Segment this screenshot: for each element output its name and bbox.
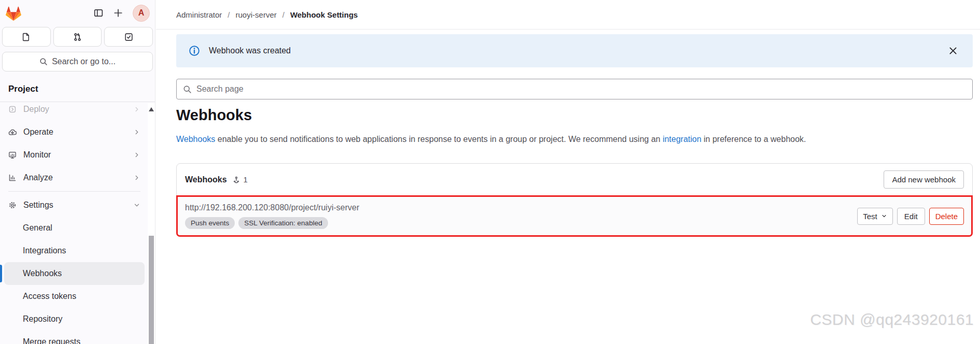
hook-icon bbox=[232, 176, 240, 184]
breadcrumb-current-page: Webhook Settings bbox=[290, 10, 358, 19]
todo-icon bbox=[124, 33, 133, 41]
breadcrumb: Administrator / ruoyi-server / Webhook S… bbox=[156, 0, 980, 30]
sidebar-item-label: General bbox=[23, 223, 52, 233]
close-icon[interactable] bbox=[948, 46, 958, 56]
issues-shortcut-button[interactable] bbox=[2, 27, 51, 47]
sidebar-item-label: Integrations bbox=[23, 246, 66, 255]
sidebar: A bbox=[0, 0, 155, 344]
sidebar-item-access-tokens[interactable]: Access tokens bbox=[4, 285, 145, 308]
info-icon bbox=[189, 45, 200, 56]
description-text: enable you to send notifications to web … bbox=[215, 135, 662, 144]
card-title: Webhooks bbox=[185, 175, 227, 184]
sidebar-item-merge-requests[interactable]: Merge requests bbox=[4, 331, 145, 344]
sidebar-item-deploy[interactable]: Deploy bbox=[4, 103, 145, 121]
sidebar-item-label: Settings bbox=[23, 200, 53, 210]
description-text: in preference to a webhook. bbox=[701, 135, 806, 144]
sidebar-item-monitor[interactable]: Monitor bbox=[4, 144, 145, 166]
sidebar-item-label: Operate bbox=[23, 127, 53, 137]
deploy-icon bbox=[8, 105, 17, 113]
monitor-icon bbox=[8, 151, 17, 159]
search-icon bbox=[39, 58, 48, 66]
sidebar-shortcuts bbox=[2, 27, 153, 47]
merge-requests-shortcut-button[interactable] bbox=[53, 27, 102, 47]
sidebar-item-webhooks[interactable]: Webhooks bbox=[4, 262, 145, 285]
operate-icon bbox=[8, 128, 17, 136]
sidebar-item-integrations[interactable]: Integrations bbox=[4, 239, 145, 262]
webhook-actions: Test Edit Delete bbox=[857, 208, 964, 225]
breadcrumb-project[interactable]: ruoyi-server bbox=[236, 10, 277, 19]
chevron-right-icon bbox=[133, 106, 140, 113]
search-label: Search or go to... bbox=[52, 57, 116, 66]
search-icon bbox=[183, 85, 192, 94]
chevron-right-icon bbox=[133, 128, 140, 136]
sidebar-item-operate[interactable]: Operate bbox=[4, 121, 145, 144]
breadcrumb-administrator[interactable]: Administrator bbox=[176, 10, 222, 19]
merge-request-icon bbox=[73, 33, 82, 41]
page-description: Webhooks enable you to send notification… bbox=[176, 135, 806, 144]
sidebar-item-label: Monitor bbox=[23, 150, 51, 160]
red-highlight-box: http://192.168.200.120:8080/project/ruiy… bbox=[176, 195, 973, 237]
breadcrumb-separator: / bbox=[228, 10, 230, 19]
scrollbar-thumb[interactable] bbox=[149, 236, 154, 344]
test-dropdown-button[interactable]: Test bbox=[857, 208, 893, 225]
sidebar-menu: Deploy Operate bbox=[0, 103, 155, 344]
gitlab-webhook-settings-page: A bbox=[0, 0, 980, 344]
scroll-up-arrow[interactable] bbox=[149, 107, 154, 111]
gitlab-logo[interactable] bbox=[5, 5, 22, 21]
page-search bbox=[176, 79, 973, 99]
sidebar-header: A bbox=[0, 0, 155, 24]
delete-button[interactable]: Delete bbox=[929, 208, 964, 225]
chevron-down-icon bbox=[881, 213, 887, 219]
page-title: Webhooks bbox=[176, 107, 252, 124]
sidebar-scrollbar bbox=[148, 103, 155, 344]
chevron-right-icon bbox=[133, 174, 140, 181]
sidebar-item-analyze[interactable]: Analyze bbox=[4, 166, 145, 189]
todos-shortcut-button[interactable] bbox=[104, 27, 153, 47]
alert-banner: Webhook was created bbox=[176, 34, 973, 67]
plus-icon[interactable] bbox=[111, 6, 125, 20]
avatar[interactable]: A bbox=[133, 5, 150, 22]
sidebar-item-label: Deploy bbox=[23, 105, 49, 114]
webhook-url: http://192.168.200.120:8080/project/ruiy… bbox=[185, 203, 359, 212]
webhook-badges: Push events SSL Verification: enabled bbox=[185, 217, 359, 229]
add-new-webhook-button[interactable]: Add new webhook bbox=[884, 170, 964, 189]
sidebar-divider bbox=[8, 191, 140, 192]
webhook-row: http://192.168.200.120:8080/project/ruiy… bbox=[185, 203, 359, 229]
webhooks-doc-link[interactable]: Webhooks bbox=[176, 135, 215, 144]
ssl-verification-badge: SSL Verification: enabled bbox=[238, 217, 328, 229]
chevron-down-icon bbox=[133, 202, 140, 209]
breadcrumb-separator: / bbox=[282, 10, 285, 19]
chevron-right-icon bbox=[133, 151, 140, 159]
sidebar-item-settings[interactable]: Settings bbox=[4, 194, 145, 217]
csdn-watermark: CSDN @qq243920161 bbox=[810, 311, 974, 328]
sidebar-item-label: Repository bbox=[23, 314, 62, 324]
sidebar-item-general[interactable]: General bbox=[4, 217, 145, 239]
issues-icon bbox=[22, 33, 31, 41]
integration-link[interactable]: integration bbox=[663, 135, 702, 144]
page-search-input[interactable] bbox=[196, 84, 966, 94]
sidebar-section-label: Project bbox=[0, 84, 155, 102]
alert-message: Webhook was created bbox=[209, 46, 291, 55]
webhook-count: 1 bbox=[244, 175, 248, 184]
sidebar-item-label: Webhooks bbox=[23, 269, 62, 278]
webhooks-card-header: Webhooks 1 Add new webhook bbox=[177, 164, 972, 195]
analyze-icon bbox=[8, 174, 17, 182]
push-events-badge: Push events bbox=[185, 217, 235, 229]
sidebar-item-label: Analyze bbox=[23, 173, 53, 182]
edit-button[interactable]: Edit bbox=[897, 208, 925, 225]
sidebar-toggle-icon[interactable] bbox=[91, 6, 106, 20]
settings-icon bbox=[8, 201, 17, 209]
webhooks-card: Webhooks 1 Add new webhook http://192.16… bbox=[176, 163, 973, 237]
sidebar-item-label: Merge requests bbox=[23, 337, 80, 344]
sidebar-item-label: Access tokens bbox=[23, 292, 76, 301]
main-content: Administrator / ruoyi-server / Webhook S… bbox=[156, 0, 980, 344]
sidebar-item-repository[interactable]: Repository bbox=[4, 308, 145, 331]
test-label: Test bbox=[863, 212, 877, 221]
search-or-go-to[interactable]: Search or go to... bbox=[2, 52, 153, 71]
